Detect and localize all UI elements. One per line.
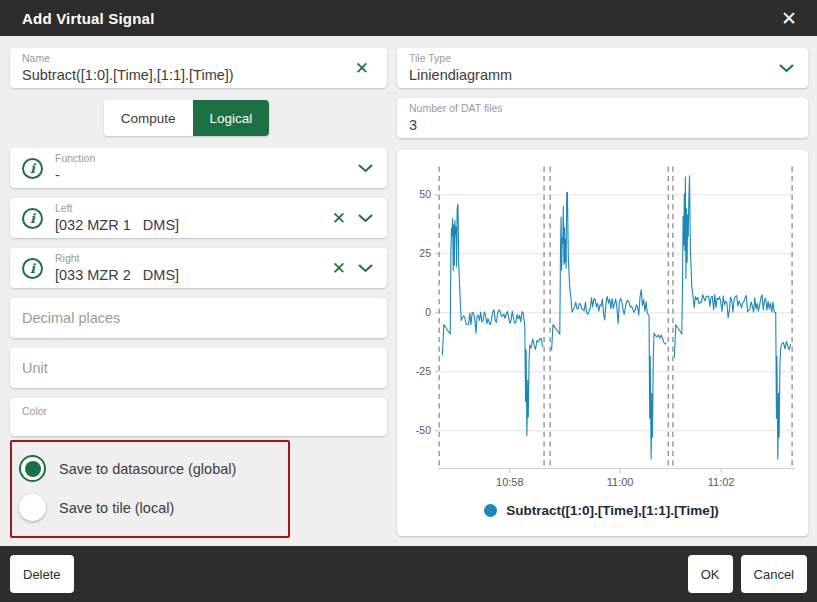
right-signal-value: [033 MZR 2 DMS]: [55, 266, 326, 284]
decimal-places-placeholder: Decimal places: [22, 310, 375, 326]
clear-name-icon[interactable]: ✕: [349, 60, 375, 77]
unit-placeholder: Unit: [22, 360, 375, 376]
name-field-label: Name: [22, 52, 349, 65]
tile-type-label: Tile Type: [409, 52, 773, 65]
svg-text:11:02: 11:02: [708, 476, 735, 488]
tile-type-value: Liniendiagramm: [409, 66, 773, 84]
clear-right-icon[interactable]: ✕: [326, 260, 352, 277]
ok-button[interactable]: OK: [688, 555, 733, 593]
delete-button[interactable]: Delete: [10, 555, 74, 593]
save-to-tile-label: Save to tile (local): [59, 500, 174, 516]
decimal-places-input[interactable]: Decimal places: [10, 298, 387, 338]
left-signal-value: [032 MZR 1 DMS]: [55, 216, 326, 234]
preview-chart: 50250-25-5010:5811:0011:02: [401, 158, 802, 497]
dialog-titlebar: Add Virtual Signal ✕: [0, 0, 817, 36]
svg-text:-50: -50: [416, 424, 431, 436]
radio-button[interactable]: [19, 455, 46, 482]
svg-text:11:00: 11:00: [607, 476, 634, 488]
name-field[interactable]: Name Subtract([1:0].[Time],[1:1].[Time])…: [10, 48, 387, 88]
dat-files-field[interactable]: Number of DAT files 3: [397, 98, 808, 138]
color-value: [22, 418, 375, 436]
chevron-down-icon[interactable]: [773, 64, 796, 73]
legend-dot-icon: [484, 504, 497, 517]
svg-text:10:58: 10:58: [496, 476, 524, 488]
compute-tab[interactable]: Compute: [104, 100, 193, 136]
save-to-tile-option[interactable]: Save to tile (local): [19, 488, 276, 527]
save-to-datasource-label: Save to datasource (global): [59, 461, 236, 477]
dat-files-value: 3: [409, 116, 796, 134]
chevron-down-icon[interactable]: [352, 264, 375, 273]
function-dropdown[interactable]: i Function -: [10, 148, 387, 188]
close-icon[interactable]: ✕: [775, 7, 803, 30]
chart-preview-card: 50250-25-5010:5811:0011:02 Subtract([1:0…: [397, 150, 808, 536]
cancel-button[interactable]: Cancel: [741, 555, 807, 593]
tile-type-dropdown[interactable]: Tile Type Liniendiagramm: [397, 48, 808, 88]
color-input[interactable]: Color: [10, 398, 387, 436]
logical-tab[interactable]: Logical: [193, 100, 270, 136]
dialog-title: Add Virtual Signal: [22, 10, 155, 27]
form-column: Name Subtract([1:0].[Time],[1:1].[Time])…: [10, 48, 387, 536]
dialog-footer: Delete OK Cancel: [0, 546, 817, 602]
clear-left-icon[interactable]: ✕: [326, 210, 352, 227]
save-to-datasource-option[interactable]: Save to datasource (global): [19, 449, 276, 488]
preview-column: Tile Type Liniendiagramm Number of DAT f…: [397, 48, 808, 536]
right-signal-label: Right: [55, 252, 326, 265]
mode-toggle: Compute Logical: [10, 100, 363, 136]
svg-text:0: 0: [425, 306, 431, 318]
dat-files-label: Number of DAT files: [409, 102, 796, 115]
chart-legend: Subtract([1:0].[Time],[1:1].[Time]): [401, 497, 802, 530]
add-virtual-signal-dialog: Add Virtual Signal ✕ Name Subtract([1:0]…: [0, 0, 817, 602]
radio-button[interactable]: [19, 494, 46, 521]
function-label: Function: [55, 152, 352, 165]
chevron-down-icon[interactable]: [352, 214, 375, 223]
save-scope-group: Save to datasource (global) Save to tile…: [10, 440, 290, 538]
dialog-body: Name Subtract([1:0].[Time],[1:1].[Time])…: [0, 36, 817, 546]
right-signal-dropdown[interactable]: i Right [033 MZR 2 DMS] ✕: [10, 248, 387, 288]
svg-text:50: 50: [419, 188, 431, 200]
info-icon: i: [22, 158, 43, 179]
left-signal-dropdown[interactable]: i Left [032 MZR 1 DMS] ✕: [10, 198, 387, 238]
svg-text:-25: -25: [416, 365, 431, 377]
info-icon: i: [22, 208, 43, 229]
info-icon: i: [22, 258, 43, 279]
chevron-down-icon[interactable]: [352, 164, 375, 173]
unit-input[interactable]: Unit: [10, 348, 387, 388]
left-signal-label: Left: [55, 202, 326, 215]
name-field-value: Subtract([1:0].[Time],[1:1].[Time]): [22, 66, 349, 84]
color-label: Color: [22, 405, 375, 418]
legend-label: Subtract([1:0].[Time],[1:1].[Time]): [506, 503, 719, 518]
function-value: -: [55, 166, 352, 184]
svg-text:25: 25: [419, 247, 431, 259]
